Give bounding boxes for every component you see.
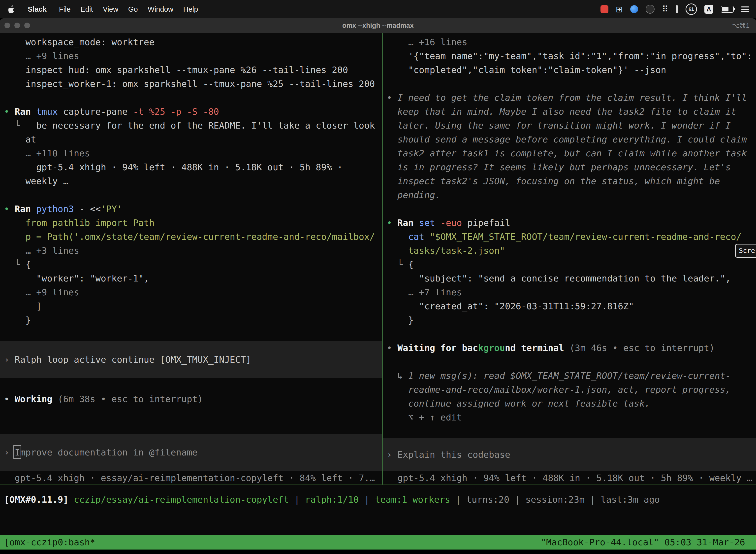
menu-bar: Slack FileEditViewGoWindowHelp ⊞ ⠿ 61 A [0,0,756,18]
terminal-line: ] [4,299,382,313]
terminal-line: "worker": "worker-1", [4,272,382,285]
terminal-line: … +16 lines [387,35,756,49]
terminal-line: • Ran python3 - <<'PY' [4,202,382,216]
terminal-line: gpt-5.4 xhigh · 94% left · 488K in · 5.1… [387,471,756,485]
terminal-line: • Ran set -euo pipefail [387,216,756,230]
battery-fill [722,7,729,11]
terminal-line [4,420,382,434]
menu-item-help[interactable]: Help [178,5,203,13]
slim-status-icon[interactable] [676,5,678,13]
prompt-row[interactable]: › Explain this codebase [383,438,756,471]
menu-app-name[interactable]: Slack [23,5,51,13]
terminal-window: workspace_mode: worktree … +9 lines insp… [0,33,756,535]
terminal-line: … +3 lines [4,244,382,258]
prompt-row[interactable]: › Improve documentation in @filename [0,434,382,471]
terminal-line: } [387,313,756,327]
terminal-line: from pathlib import Path [4,216,382,230]
terminal-line: ↳ 1 new msg(s): read $OMX_TEAM_STATE_ROO… [387,369,756,383]
app-icon-dark[interactable] [646,5,654,14]
menu-items: FileEditViewGoWindowHelp [54,5,203,13]
terminal-line: gpt-5.4 xhigh · 94% left · 488K in · 5.1… [4,160,382,174]
terminal-line: cat "$OMX_TEAM_STATE_ROOT/team/review-cu… [387,230,756,244]
terminal-line: • Waiting for background terminal (3m 46… [387,341,756,355]
terminal-line: later. Using the same for transition mig… [387,119,756,132]
terminal-line: └ be necessary for the end of the README… [4,119,382,132]
tmux-host-clock: "MacBook-Pro-44.local" 05:03 31-Mar-26 [541,537,745,547]
terminal-line: continue assigned work or next feasible … [387,397,756,410]
terminal-line: is in progress? It seems likely but perh… [387,160,756,174]
screen-recording-icon[interactable] [601,5,609,13]
terminal-line [387,355,756,369]
terminal-line: ⌥ + ↑ edit [387,410,756,425]
terminal-line: task2 after task1 is complete, but can I… [387,147,756,160]
menu-item-window[interactable]: Window [143,5,178,13]
terminal-line: … +9 lines [4,285,382,299]
terminal-line: tasks/task-2.json" [387,244,756,258]
app-icon-blue[interactable] [630,5,638,13]
terminal-line: inspect_worker-1: omx sparkshell --tmux-… [4,77,382,91]
terminal-line: keep that in mind. Maybe I also need the… [387,105,756,119]
battery-nub [734,8,735,10]
tmux-status-bar: [omx-cczip0:bash* "MacBook-Pro-44.local"… [0,535,756,550]
input-source-icon[interactable]: A [704,5,713,14]
window-shortcut: ⌥⌘1 [732,18,750,33]
right-pane: … +16 lines '{"team_name":"my-team","tas… [383,33,756,488]
terminal-line [387,202,756,216]
terminal-line: "completed","claim_token":"claim-token"}… [387,63,756,77]
menubar-status-icons: ⊞ ⠿ 61 A [601,3,756,15]
terminal-line: • Ran tmux capture-pane -t %25 -p -S -80 [4,105,382,119]
menu-item-go[interactable]: Go [123,5,143,13]
terminal-line [4,327,382,341]
screen-button[interactable]: Scre [735,244,756,258]
terminal-line: … +7 lines [387,285,756,299]
prompt-row[interactable]: › Ralph loop active continue [OMX_TMUX_I… [0,341,382,378]
terminal-line: • Working (6m 38s • esc to interrupt) [4,392,382,406]
screen-grid-icon[interactable]: ⊞ [616,4,623,14]
terminal-line: └ { [4,258,382,272]
terminal-line: gpt-5.4 xhigh · essay/ai-reimplementatio… [4,471,382,485]
terminal-line [4,378,382,392]
terminal-line: └ { [387,258,756,272]
terminal-line [4,406,382,420]
battery-icon[interactable] [721,6,734,13]
terminal-line [4,188,382,202]
pane-bottom-separator [0,485,756,485]
apple-menu-icon[interactable] [8,5,15,13]
terminal-line: inspect_hud: omx sparkshell --tmux-pane … [4,63,382,77]
tmux-session-label: [omx-cczip0:bash* [4,537,95,547]
terminal-line [387,327,756,341]
window-title: omx --xhigh --madmax [0,18,756,33]
terminal-line: … +110 lines [4,147,382,160]
terminal-line: pending. [387,188,756,202]
window-titlebar[interactable]: omx --xhigh --madmax ⌥⌘1 [0,18,756,33]
battery-percent-icon[interactable]: 61 [686,3,697,15]
terminal-line: inspect task2's JSON, focusing on the st… [387,174,756,188]
terminal-line [4,91,382,105]
terminal-line [387,425,756,438]
terminal-line: p = Path('.omx/state/team/review-current… [4,230,382,244]
dots-grid-icon[interactable]: ⠿ [662,4,668,14]
terminal-line: should send a message before completing … [387,132,756,147]
terminal-line: '{"team_name":"my-team","task_id":"1","f… [387,49,756,63]
terminal-line: • I need to get the claim token from the… [387,91,756,105]
terminal-line: } [4,313,382,327]
terminal-line: workspace_mode: worktree [4,35,382,49]
terminal-line [387,77,756,91]
omx-status-line: [OMX#0.11.9] cczip/essay/ai-reimplementa… [4,493,660,507]
menu-item-view[interactable]: View [98,5,123,13]
menu-item-file[interactable]: File [54,5,76,13]
terminal-line: readme-and-reco/mailbox/worker-1.json, a… [387,383,756,397]
menu-bar-left: Slack FileEditViewGoWindowHelp [0,5,203,13]
menu-item-edit[interactable]: Edit [76,5,98,13]
terminal-line: weekly … [4,174,382,188]
terminal-line: "subject": "send a concise recommendatio… [387,272,756,285]
menu-lines-icon[interactable] [741,6,749,12]
terminal-line: "created_at": "2026-03-31T11:59:27.816Z" [387,299,756,313]
left-pane: workspace_mode: worktree … +9 lines insp… [0,33,382,488]
terminal-line: at [4,132,382,147]
terminal-line: … +9 lines [4,49,382,63]
